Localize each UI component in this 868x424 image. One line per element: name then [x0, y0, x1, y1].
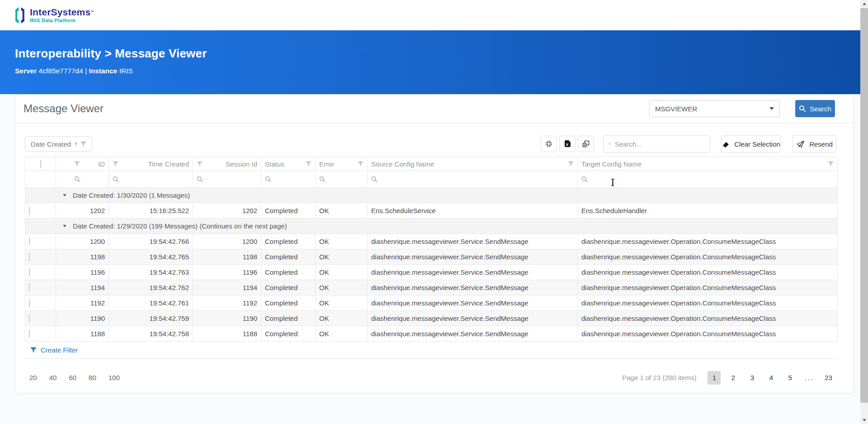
filter-funnel-icon[interactable]: [74, 161, 80, 167]
cell-source-config-name: diashenrique.messageviewer.Service.SendM…: [368, 249, 578, 265]
column-header-id[interactable]: ID: [56, 157, 109, 171]
page-button[interactable]: 1: [708, 371, 721, 385]
breadcrumb: Interoperability > Message Viewer: [15, 47, 868, 61]
scroll-down-button[interactable]: [860, 416, 868, 424]
cell-session-id: 1188: [193, 326, 261, 342]
filter-cell-target-config-name[interactable]: [578, 171, 838, 188]
page-size-option[interactable]: 60: [69, 374, 76, 381]
table-body: Date Created: 1/30/2020 (1 Messages) 120…: [25, 188, 838, 342]
page-button[interactable]: 3: [745, 371, 759, 385]
sort-chip-date-created[interactable]: Date Created ↑: [25, 136, 92, 152]
export-excel-button[interactable]: x: [559, 136, 576, 152]
caret-down-icon: [769, 107, 774, 110]
group-row-label: Date Created: 1/29/2020 (199 Messages) (…: [73, 222, 287, 230]
page-size-option[interactable]: 80: [89, 374, 96, 381]
table-row[interactable]: 1196 19:54:42.763 1196 Completed OK dias…: [25, 265, 838, 280]
row-select-cell: [25, 280, 56, 295]
intersystems-logo: InterSystems™ IRIS Data Platform: [14, 7, 94, 24]
svg-text:x: x: [566, 142, 568, 147]
table-row[interactable]: 1190 19:54:42.759 1190 Completed OK dias…: [25, 311, 838, 326]
page-button-list: 12345...23: [708, 371, 835, 385]
scrollbar-thumb[interactable]: [860, 8, 868, 403]
cell-target-config-name: diashenrique.messageviewer.Operation.Con…: [578, 249, 838, 265]
cell-error: OK: [316, 295, 368, 311]
collapse-all-button[interactable]: [541, 136, 557, 152]
page-size-option[interactable]: 40: [49, 374, 57, 381]
column-header-status[interactable]: Status: [261, 157, 316, 171]
filter-funnel-icon[interactable]: [568, 161, 574, 167]
filter-funnel-icon[interactable]: [197, 161, 203, 167]
brand-name: InterSystems™: [30, 7, 94, 17]
search-button[interactable]: Search: [795, 100, 835, 117]
magnifier-icon: [581, 176, 588, 183]
filter-cell-session-id[interactable]: [193, 171, 261, 188]
column-header-time-created[interactable]: Time Created: [109, 157, 193, 171]
scroll-up-button[interactable]: [860, 0, 868, 8]
cell-session-id: 1194: [193, 280, 261, 295]
filter-cell-id[interactable]: [56, 171, 109, 188]
grid-search: [603, 135, 710, 152]
column-header-session-id[interactable]: Session Id: [193, 157, 261, 171]
table-row[interactable]: 1198 19:54:42.765 1198 Completed OK dias…: [25, 249, 838, 265]
page-size-option[interactable]: 20: [29, 374, 37, 381]
table-row[interactable]: 1192 19:54:42.761 1192 Completed OK dias…: [25, 295, 838, 311]
row-checkbox[interactable]: [29, 252, 30, 261]
cell-session-id: 1202: [193, 203, 261, 219]
row-checkbox[interactable]: [29, 206, 30, 215]
clear-selection-button[interactable]: Clear Selection: [721, 135, 781, 152]
page-button[interactable]: 5: [783, 371, 797, 385]
cell-id: 1202: [56, 203, 109, 219]
filter-cell-time-created[interactable]: [109, 171, 193, 188]
table-row[interactable]: 1188 19:54:42.758 1188 Completed OK dias…: [25, 326, 838, 342]
resend-button[interactable]: Resend: [793, 135, 836, 152]
page-title: Message Viewer: [24, 102, 104, 115]
row-checkbox[interactable]: [29, 237, 30, 246]
search-input[interactable]: [615, 140, 705, 148]
page-button[interactable]: 2: [726, 371, 740, 385]
row-select-cell: [25, 203, 56, 219]
page-size-list: 20406080100: [25, 374, 120, 381]
filter-cell-source-config-name[interactable]: [368, 171, 578, 188]
namespace-select[interactable]: MSGVIEWER: [649, 100, 780, 117]
create-filter-link[interactable]: Create Filter: [25, 342, 836, 359]
group-collapse-arrow-icon[interactable]: [63, 194, 66, 196]
row-checkbox[interactable]: [29, 283, 30, 292]
search-icon: [609, 140, 611, 148]
page-button[interactable]: 23: [822, 371, 835, 385]
vertical-scrollbar[interactable]: [860, 0, 868, 424]
row-select-cell: [25, 249, 56, 265]
cell-error: OK: [316, 280, 368, 295]
row-checkbox[interactable]: [29, 268, 30, 276]
filter-funnel-icon[interactable]: [358, 161, 363, 167]
page-size-option[interactable]: 100: [108, 374, 120, 381]
column-chooser-button[interactable]: [578, 136, 594, 152]
filter-funnel-icon[interactable]: [306, 161, 311, 167]
column-header-target-config-name[interactable]: Target Config Name: [578, 157, 838, 171]
table-row[interactable]: 1200 19:54:42.766 1200 Completed OK dias…: [25, 234, 838, 249]
filter-cell-status[interactable]: [261, 171, 316, 188]
table-row[interactable]: 1202 15:16:25.522 1202 Completed OK Ens.…: [25, 203, 838, 219]
column-header-error[interactable]: Error: [316, 157, 368, 171]
group-row-label: Date Created: 1/30/2020 (1 Messages): [73, 191, 190, 199]
group-collapse-arrow-icon[interactable]: [63, 225, 66, 227]
separator: |: [85, 67, 87, 75]
server-info: Server 4cf85e7777d4 | Instance IRIS: [15, 67, 868, 75]
filter-cell-empty: [25, 171, 56, 188]
filter-funnel-icon[interactable]: [113, 161, 118, 167]
row-select-cell: [25, 326, 56, 342]
row-checkbox[interactable]: [29, 314, 30, 323]
row-checkbox[interactable]: [29, 299, 30, 307]
select-all-checkbox[interactable]: [40, 160, 41, 168]
cell-status: Completed: [261, 280, 316, 295]
filter-cell-error[interactable]: [316, 171, 368, 188]
table-row[interactable]: 1194 19:54:42.762 1194 Completed OK dias…: [25, 280, 838, 295]
cell-id: 1188: [56, 326, 109, 342]
group-row[interactable]: Date Created: 1/29/2020 (199 Messages) (…: [25, 219, 838, 234]
column-header-source-config-name[interactable]: Source Config Name: [368, 157, 578, 171]
group-row[interactable]: Date Created: 1/30/2020 (1 Messages): [25, 188, 838, 203]
magnifier-icon: [197, 176, 203, 183]
cell-time-created: 19:54:42.759: [109, 311, 193, 326]
row-checkbox[interactable]: [29, 329, 30, 338]
filter-funnel-icon[interactable]: [828, 161, 834, 167]
page-button[interactable]: 4: [764, 371, 778, 385]
